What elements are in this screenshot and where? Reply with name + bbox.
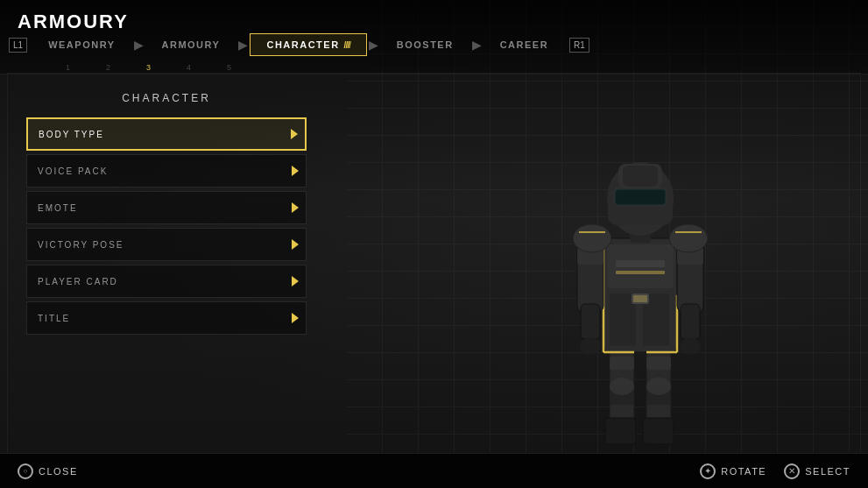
- select-button-icon[interactable]: ✕: [784, 463, 800, 479]
- bottom-right-actions: ✦ ROTATE ✕ SELECT: [700, 463, 850, 479]
- menu-list: BODY TYPE VOICE PACK EMOTE VICTORY POSE …: [26, 117, 307, 335]
- tab-career-label: CAREER: [500, 39, 548, 50]
- body-type-arrow: [291, 129, 298, 139]
- victory-pose-arrow: [292, 239, 299, 250]
- tab-sep-1: ▶: [132, 38, 145, 52]
- tab-armoury-label: ARMOURY: [162, 39, 221, 50]
- main-content: CHARACTER BODY TYPE VOICE PACK EMOTE VIC…: [0, 74, 868, 453]
- body-type-label: BODY TYPE: [39, 130, 104, 139]
- emote-label: EMOTE: [38, 203, 78, 213]
- player-card-arrow: [292, 276, 299, 286]
- tab-num-2: 2: [88, 63, 129, 72]
- tab-sep-2: ▶: [236, 38, 250, 52]
- rb-indicator[interactable]: R1: [569, 38, 589, 53]
- tab-booster[interactable]: BOOSTER: [380, 33, 470, 56]
- tab-sep-3: ▶: [367, 38, 380, 52]
- rotate-button-icon[interactable]: ✦: [700, 463, 716, 479]
- close-action[interactable]: ○ CLOSE: [18, 463, 78, 479]
- rotate-label: ROTATE: [721, 466, 766, 477]
- emote-arrow: [292, 202, 299, 213]
- menu-item-emote[interactable]: EMOTE: [26, 191, 307, 224]
- menu-item-victory-pose[interactable]: VICTORY POSE: [26, 228, 307, 261]
- tab-weaponry[interactable]: WEAPONRY: [32, 33, 131, 56]
- select-label: SELECT: [805, 466, 850, 477]
- select-action[interactable]: ✕ SELECT: [784, 463, 850, 479]
- left-panel: CHARACTER BODY TYPE VOICE PACK EMOTE VIC…: [26, 92, 307, 335]
- tab-character[interactable]: CHARACTER ////: [250, 33, 366, 56]
- tab-num-1: 1: [48, 63, 88, 72]
- close-button-icon[interactable]: ○: [18, 463, 33, 479]
- title-arrow: [292, 313, 299, 323]
- tab-character-label: CHARACTER: [266, 39, 339, 50]
- close-label: CLOSE: [39, 466, 78, 477]
- lb-indicator[interactable]: L1: [9, 38, 27, 53]
- voice-pack-label: VOICE PACK: [38, 166, 108, 176]
- tab-sep-4: ▶: [470, 38, 483, 52]
- tab-num-3: 3: [129, 63, 169, 72]
- menu-item-voice-pack[interactable]: VOICE PACK: [26, 154, 307, 187]
- select-icon: ✕: [788, 466, 795, 476]
- tab-weaponry-label: WEAPONRY: [48, 39, 115, 50]
- tab-num-4: 4: [169, 63, 209, 72]
- rotate-icon: ✦: [704, 466, 711, 476]
- tab-armoury[interactable]: ARMOURY: [145, 33, 237, 56]
- tab-career[interactable]: CAREER: [483, 33, 565, 56]
- victory-pose-label: VICTORY POSE: [38, 240, 123, 250]
- close-icon: ○: [24, 467, 28, 475]
- bottom-bar: ○ CLOSE ✦ ROTATE ✕ SELECT: [0, 453, 868, 488]
- rotate-action[interactable]: ✦ ROTATE: [700, 463, 766, 479]
- panel-title: CHARACTER: [26, 92, 307, 104]
- voice-pack-arrow: [292, 166, 299, 176]
- tab-character-hash: ////: [344, 40, 350, 50]
- tab-num-5: 5: [209, 63, 250, 72]
- menu-item-player-card[interactable]: PLAYER CARD: [26, 265, 307, 298]
- tab-booster-label: BOOSTER: [397, 39, 454, 50]
- page-title: ARMOURY: [18, 11, 129, 33]
- menu-item-body-type[interactable]: BODY TYPE: [26, 117, 307, 151]
- title-label: TITLE: [38, 314, 70, 323]
- menu-item-title[interactable]: TITLE: [26, 301, 307, 335]
- player-card-label: PLAYER CARD: [38, 277, 118, 286]
- tabs-container: L1 WEAPONRY ▶ ARMOURY ▶ CHARACTER //// ▶…: [9, 33, 859, 56]
